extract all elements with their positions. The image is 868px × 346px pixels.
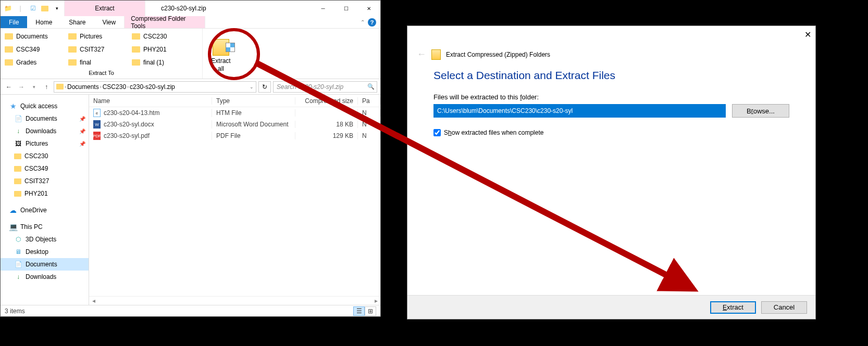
dest-label: Documents: [16, 33, 48, 40]
address-bar: ← → ▾ ↑ › Documents › CSC230 › c230-s20-…: [1, 79, 380, 95]
tab-share[interactable]: Share: [60, 16, 94, 28]
nav-back-button[interactable]: ←: [4, 82, 14, 92]
dest-label: CSC230: [143, 33, 167, 40]
breadcrumb-segment[interactable]: c230-s20-syl.zip: [130, 83, 175, 91]
pin-icon: 📌: [79, 116, 85, 122]
dest-csc230[interactable]: CSC230: [130, 30, 193, 43]
dest-csit327[interactable]: CSIT327: [66, 43, 130, 56]
close-button[interactable]: ✕: [357, 1, 380, 16]
ribbon-tabs: File Home Share View Compressed Folder T…: [1, 16, 380, 29]
downloads-icon: ↓: [14, 127, 22, 135]
scroll-right-icon[interactable]: ▸: [371, 297, 380, 305]
nav-downloads[interactable]: ↓Downloads📌: [1, 125, 89, 137]
extract-button[interactable]: Extract: [710, 301, 756, 314]
help-icon[interactable]: ?: [368, 18, 376, 27]
nav-desktop[interactable]: 🖥Desktop: [1, 246, 89, 258]
nav-up-button[interactable]: ↑: [41, 82, 52, 92]
ribbon-collapse-icon[interactable]: ⌃: [361, 19, 365, 25]
nav-documents-pc[interactable]: 📄Documents: [1, 258, 89, 271]
nav-csc349[interactable]: CSC349: [1, 162, 89, 175]
dialog-header: ← Extract Compressed (Zipped) Folders: [407, 43, 815, 69]
chevron-icon[interactable]: ›: [127, 84, 129, 89]
ribbon-help: ⌃ ?: [361, 16, 380, 28]
scroll-left-icon[interactable]: ◂: [89, 297, 98, 305]
dest-csc349[interactable]: CSC349: [3, 43, 66, 56]
dest-label: CSC349: [16, 46, 40, 53]
nav-csc230[interactable]: CSC230: [1, 150, 89, 162]
search-input[interactable]: Search c230-s20-syl.zip: [273, 81, 377, 93]
back-arrow-icon[interactable]: ←: [417, 49, 426, 60]
qat-chevron-icon[interactable]: ▾: [53, 4, 61, 12]
column-name[interactable]: Name: [89, 97, 212, 105]
nav-history-chevron-icon[interactable]: ▾: [29, 82, 39, 92]
cancel-button[interactable]: Cancel: [761, 301, 807, 314]
pictures-icon: 🖼: [14, 139, 22, 148]
dest-phy201[interactable]: PHY201: [130, 43, 193, 56]
file-size: 18 KB: [295, 121, 358, 128]
nav-downloads-pc[interactable]: ↓Downloads: [1, 271, 89, 283]
file-row[interactable]: Wc230-s20-syl.docx Microsoft Word Docume…: [89, 119, 380, 130]
extract-all-icon: [213, 39, 229, 56]
checkbox-input[interactable]: [433, 129, 441, 136]
dest-label: Grades: [16, 59, 36, 66]
nav-label: Downloads: [26, 127, 56, 135]
dest-label: PHY201: [143, 46, 167, 53]
properties-icon[interactable]: ☑: [29, 4, 37, 12]
chevron-icon[interactable]: ›: [65, 84, 66, 89]
folder-icon: [132, 46, 140, 53]
folder-icon: [68, 59, 77, 66]
dialog-close-button[interactable]: ✕: [804, 30, 811, 40]
address-dropdown-icon[interactable]: ⌄: [250, 84, 254, 89]
nav-documents[interactable]: 📄Documents📌: [1, 112, 89, 125]
extract-all-button[interactable]: Extractall: [203, 29, 239, 79]
dest-pictures[interactable]: Pictures: [66, 30, 130, 43]
minimize-button[interactable]: ─: [312, 1, 334, 16]
folder-icon: [5, 33, 13, 40]
dest-documents[interactable]: Documents: [3, 30, 66, 43]
dest-final-1[interactable]: final (1): [130, 56, 193, 69]
tab-view[interactable]: View: [94, 16, 124, 28]
nav-phy201[interactable]: PHY201: [1, 187, 89, 200]
horizontal-scrollbar[interactable]: ◂ ▸: [89, 296, 380, 305]
file-row[interactable]: ec230-s20-04-13.htm HTM File 1 N: [89, 107, 380, 119]
maximize-button[interactable]: ☐: [334, 1, 357, 16]
file-type: Microsoft Word Document: [212, 121, 295, 128]
new-folder-icon[interactable]: [41, 6, 48, 11]
view-details-button[interactable]: ☰: [353, 306, 365, 316]
checkbox-label: Show extracted files when complete: [444, 129, 543, 136]
nav-label: CSIT327: [24, 177, 49, 185]
tab-home[interactable]: Home: [27, 16, 60, 28]
nav-quick-access[interactable]: ★Quick access: [1, 100, 89, 112]
breadcrumb-segment[interactable]: Documents: [67, 83, 99, 91]
breadcrumb-segment[interactable]: CSC230: [103, 83, 126, 91]
browse-button[interactable]: Browse...: [732, 104, 789, 118]
breadcrumb-box[interactable]: › Documents › CSC230 › c230-s20-syl.zip …: [54, 81, 256, 93]
dialog-body: Select a Destination and Extract Files F…: [407, 69, 815, 295]
nav-label: 3D Objects: [26, 236, 56, 243]
dest-grades[interactable]: Grades: [3, 56, 66, 69]
nav-forward-button[interactable]: →: [16, 82, 27, 92]
nav-onedrive[interactable]: ☁OneDrive: [1, 204, 89, 216]
dest-final[interactable]: final: [66, 56, 130, 69]
show-files-checkbox[interactable]: Show extracted files when complete: [433, 129, 789, 136]
nav-csit327[interactable]: CSIT327: [1, 175, 89, 187]
view-large-icons-button[interactable]: ⊞: [365, 306, 376, 316]
refresh-button[interactable]: ↻: [258, 81, 271, 93]
titlebar: 📁 | ☑ ▾ Extract c230-s20-syl.zip ─ ☐ ✕: [1, 1, 380, 16]
column-date[interactable]: Pa: [358, 97, 380, 105]
nav-3d-objects[interactable]: ⬡3D Objects: [1, 233, 89, 246]
column-type[interactable]: Type: [212, 97, 295, 105]
nav-label: Desktop: [26, 248, 48, 255]
status-bar: 3 items ☰ ⊞: [1, 305, 380, 316]
column-size[interactable]: Compressed size: [295, 97, 358, 105]
word-file-icon: W: [93, 120, 101, 129]
dialog-titlebar: ✕: [407, 26, 815, 43]
nav-pictures[interactable]: 🖼Pictures📌: [1, 137, 89, 150]
tab-file[interactable]: File: [1, 16, 27, 28]
nav-this-pc[interactable]: 💻This PC: [1, 221, 89, 233]
folder-icon: [68, 33, 77, 40]
destination-path-input[interactable]: C:\Users\blum\Documents\CSC230\c230-s20-…: [433, 104, 726, 118]
tab-compressed-folder-tools[interactable]: Compressed Folder Tools: [124, 16, 205, 28]
chevron-icon[interactable]: ›: [100, 84, 102, 89]
file-row[interactable]: PDFc230-s20-syl.pdf PDF File 129 KB N: [89, 130, 380, 142]
